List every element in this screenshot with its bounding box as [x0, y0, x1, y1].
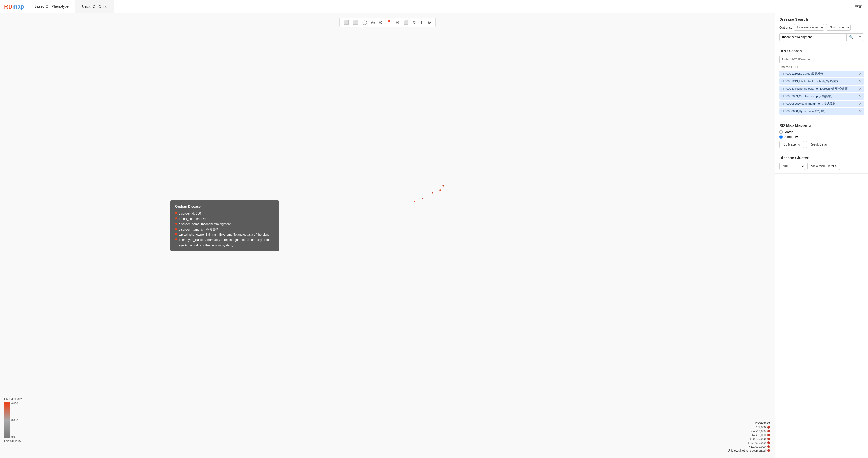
popup-dot	[175, 212, 177, 214]
hpo-tag-4: HP:0000505;Visual impairment;视觉障碍; ✕	[779, 100, 864, 107]
legend-bar-wrap: 0.000 0.007 0.061	[4, 402, 18, 438]
similarity-legend: High similarity 0.000 0.007 0.061 Low si…	[4, 397, 22, 442]
toolbar-download[interactable]: ⬇	[419, 20, 425, 25]
scatter-dot-highlighted[interactable]	[413, 200, 416, 203]
prev-row-1: 6–9/10,000	[728, 430, 770, 433]
list-button[interactable]: ≡	[856, 34, 864, 41]
radio-match[interactable]	[779, 130, 783, 134]
toolbar-exclude[interactable]: ⊗	[378, 20, 383, 25]
prev-label-5: <1/1,000,000	[749, 445, 766, 448]
hpo-tag-2: HP:0004374;Hemiplegia/hemiparesis;偏瘫/轻偏瘫…	[779, 86, 864, 92]
tab-gene[interactable]: Based On Gene	[75, 0, 114, 13]
hpo-tag-5: HP:0000668;Hypodontia;缺牙症; ✕	[779, 108, 864, 115]
radio-match-row: Match	[779, 130, 864, 134]
disease-cluster-title: Disease Cluster	[779, 156, 864, 160]
toolbar-clear[interactable]: ⊗	[395, 20, 400, 25]
scatter-dot[interactable]	[439, 189, 441, 191]
cluster-row: Null View More Details	[779, 162, 864, 170]
view-more-details-button[interactable]: View More Details	[807, 162, 840, 170]
hpo-tag-remove-4[interactable]: ✕	[859, 102, 862, 106]
hpo-tag-text-2: HP:0004374;Hemiplegia/hemiparesis;偏瘫/轻偏瘫…	[781, 87, 848, 91]
toolbar-circle[interactable]: ◎	[370, 20, 376, 25]
prev-row-3: 1–9/100,000	[728, 437, 770, 440]
options-row: Options: Disease Name No Cluster	[779, 24, 864, 31]
hpo-tag-0: HP:0001250;Seizures;癫痫发作; ✕	[779, 70, 864, 77]
prev-label-1: 6–9/10,000	[751, 430, 766, 433]
hpo-tag-remove-5[interactable]: ✕	[859, 109, 862, 113]
do-mapping-button[interactable]: Do Mapping	[779, 141, 804, 148]
toolbar-lasso[interactable]: ◯	[362, 20, 368, 25]
radio-similarity[interactable]	[779, 135, 783, 139]
popup-row-5: phenotype_class: Abnormality of the inte…	[175, 237, 274, 248]
disease-name-select[interactable]: Disease Name	[794, 24, 824, 31]
rd-mapping-title: RD Map Mapping	[779, 123, 864, 127]
toolbar-select-rect2[interactable]: ⬜	[352, 20, 359, 25]
hpo-entered-label: Entered HPO	[779, 65, 864, 69]
hpo-tag-3: HP:0002059;Cerebral atrophy;脑萎缩; ✕	[779, 93, 864, 99]
prev-label-0: >1/1,000	[754, 426, 766, 429]
radio-similarity-label: Similarity	[784, 135, 798, 139]
prev-dot-3	[767, 437, 770, 440]
disease-popup: Orphan Disease disorder_id: 360 orpha_nu…	[170, 200, 279, 251]
tab-phenotype[interactable]: Based On Phenotype	[28, 0, 75, 13]
map-area[interactable]: ⬜ ⬜ ◯ ◎ ⊗ 📍 ⊗ ⬜ ↺ ⬇ ⚙ Orphan Disease dis…	[0, 13, 775, 458]
disease-cluster-section: Disease Cluster Null View More Details	[775, 152, 868, 174]
legend-bar	[4, 402, 10, 438]
nav-tabs: Based On Phenotype Based On Gene	[28, 0, 114, 13]
low-similarity-label: Low similarity	[4, 439, 21, 442]
options-label: Options:	[779, 26, 792, 29]
popup-dot	[175, 222, 177, 224]
hpo-input-wrap	[779, 56, 864, 63]
prev-label-6: Unknown/Not yet documented	[728, 449, 766, 452]
toolbar-export[interactable]: ⬜	[402, 20, 409, 25]
popup-dot	[175, 217, 177, 219]
prev-dot-2	[767, 434, 770, 436]
popup-row-2: disorder_name: Incontinentia pigmenti	[175, 221, 274, 227]
popup-row-4: typical_phenotype: Skin rash;Erythema;Te…	[175, 232, 274, 237]
logo[interactable]: RD map	[0, 3, 28, 10]
toolbar-select-rect[interactable]: ⬜	[343, 20, 350, 25]
prev-dot-1	[767, 430, 770, 432]
disease-search-input[interactable]	[780, 34, 846, 40]
high-similarity-label: High similarity	[4, 397, 22, 400]
toolbar-refresh[interactable]: ↺	[411, 20, 417, 25]
toolbar-pin[interactable]: 📍	[385, 20, 393, 25]
header: RD map Based On Phenotype Based On Gene …	[0, 0, 868, 13]
scatter-dot[interactable]	[442, 185, 444, 186]
prev-dot-5	[767, 445, 770, 448]
cluster-select-header[interactable]: No Cluster	[826, 24, 851, 31]
main-layout: ⬜ ⬜ ◯ ◎ ⊗ 📍 ⊗ ⬜ ↺ ⬇ ⚙ Orphan Disease dis…	[0, 13, 868, 458]
toolbar: ⬜ ⬜ ◯ ◎ ⊗ 📍 ⊗ ⬜ ↺ ⬇ ⚙	[339, 18, 436, 27]
search-button[interactable]: 🔍	[846, 34, 856, 41]
popup-row-1: orpha_number: 464	[175, 216, 274, 221]
hpo-search-input[interactable]	[780, 56, 864, 63]
prev-dot-4	[767, 441, 770, 444]
hpo-tag-text-5: HP:0000668;Hypodontia;缺牙症;	[781, 109, 825, 113]
hpo-tag-text-1: HP:0001249;Intellectual disability;智力残疾;	[781, 79, 839, 83]
hpo-tag-remove-1[interactable]: ✕	[859, 79, 862, 83]
prev-row-6: Unknown/Not yet documented	[728, 449, 770, 452]
prev-row-5: <1/1,000,000	[728, 445, 770, 448]
scatter-dot[interactable]	[432, 192, 433, 193]
hpo-tag-remove-3[interactable]: ✕	[859, 94, 862, 98]
hpo-tag-text-3: HP:0002059;Cerebral atrophy;脑萎缩;	[781, 94, 832, 98]
hpo-tag-remove-2[interactable]: ✕	[859, 87, 862, 91]
prev-dot-6	[767, 449, 770, 452]
prev-row-4: 1–9/1,000,000	[728, 441, 770, 444]
lang-switch[interactable]: 中文	[848, 4, 868, 9]
prev-label-2: 1–5/10,000	[751, 433, 766, 436]
scatter-dot[interactable]	[422, 198, 423, 199]
result-detail-button[interactable]: Result Detail	[806, 141, 831, 148]
prev-label-4: 1–9/1,000,000	[748, 441, 766, 444]
popup-row-0: disorder_id: 360	[175, 211, 274, 216]
hpo-tag-remove-0[interactable]: ✕	[859, 72, 862, 76]
logo-map: map	[12, 3, 24, 10]
hpo-search-title: HPO Search	[779, 49, 864, 53]
cluster-null-select[interactable]: Null	[779, 162, 805, 170]
prevalence-legend: Prevalence >1/1,000 6–9/10,000 1–5/10,00…	[728, 421, 770, 453]
prev-label-3: 1–9/100,000	[750, 437, 766, 440]
disease-search-row: 🔍 ≡	[779, 33, 864, 41]
toolbar-settings[interactable]: ⚙	[427, 20, 432, 25]
prev-row-2: 1–5/10,000	[728, 433, 770, 436]
hpo-tag-1: HP:0001249;Intellectual disability;智力残疾;…	[779, 78, 864, 85]
